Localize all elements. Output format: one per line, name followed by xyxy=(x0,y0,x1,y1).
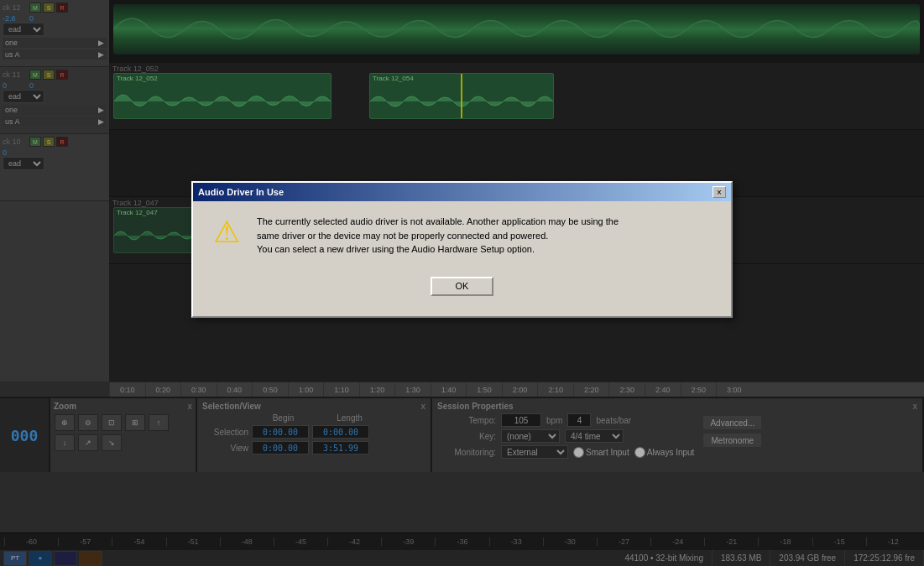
dialog-close-button[interactable]: × xyxy=(713,186,726,198)
dialog-message: The currently selected audio driver is n… xyxy=(257,215,619,257)
dialog-footer: OK xyxy=(210,273,714,303)
audio-driver-dialog: Audio Driver In Use × ⚠ The currently se… xyxy=(191,181,733,318)
dialog-titlebar: Audio Driver In Use × xyxy=(193,183,731,201)
dialog-body: ⚠ The currently selected audio driver is… xyxy=(193,201,731,316)
dialog-ok-button[interactable]: OK xyxy=(431,277,493,296)
warning-icon: ⚠ xyxy=(210,215,243,250)
modal-overlay: Audio Driver In Use × ⚠ The currently se… xyxy=(0,0,924,566)
dialog-title: Audio Driver In Use xyxy=(198,187,284,197)
